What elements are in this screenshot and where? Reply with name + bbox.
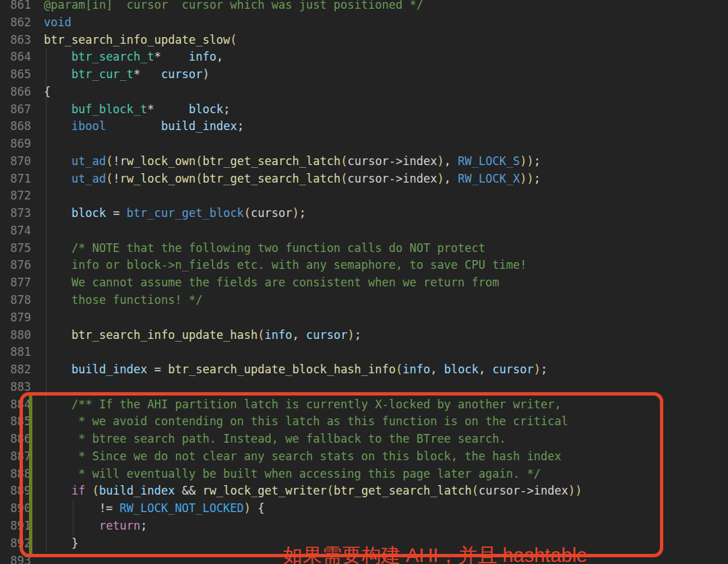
- code-line[interactable]: {: [44, 84, 582, 101]
- line-number[interactable]: 873: [0, 205, 31, 222]
- annotation-text: 如果需要构建 AHI，并且 hashtable 被其他线程 X 锁住了，则取消: [283, 501, 587, 564]
- code-editor: 8618628638648658668678688698708718728738…: [0, 0, 728, 564]
- code-line[interactable]: btr_cur_t* cursor): [44, 66, 582, 84]
- line-number[interactable]: 880: [0, 327, 31, 344]
- code-line[interactable]: ut_ad(!rw_lock_own(btr_get_search_latch(…: [44, 170, 582, 188]
- code-line[interactable]: those functions! */: [44, 292, 582, 309]
- code-line[interactable]: We cannot assume the fields are consiste…: [44, 274, 582, 292]
- line-number[interactable]: 863: [0, 32, 31, 49]
- line-number[interactable]: 861: [0, 0, 31, 14]
- code-line[interactable]: ibool build_index;: [44, 118, 582, 135]
- code-line[interactable]: info or block->n_fields etc. with any se…: [44, 257, 582, 274]
- line-number[interactable]: 875: [0, 240, 31, 257]
- line-number[interactable]: 877: [0, 274, 31, 292]
- code-line[interactable]: build_index = btr_search_update_block_ha…: [44, 361, 582, 379]
- line-number[interactable]: 882: [0, 361, 31, 379]
- code-line[interactable]: [44, 187, 582, 205]
- line-number[interactable]: 870: [0, 153, 31, 170]
- line-number[interactable]: 867: [0, 101, 31, 119]
- line-number[interactable]: 876: [0, 257, 31, 274]
- line-number[interactable]: 871: [0, 170, 31, 188]
- code-line[interactable]: [44, 222, 582, 240]
- annotation-line: 如果需要构建 AHI，并且 hashtable: [283, 544, 587, 564]
- line-number[interactable]: 862: [0, 14, 31, 32]
- line-number[interactable]: 868: [0, 118, 31, 135]
- code-line[interactable]: /* NOTE that the following two function …: [44, 240, 582, 257]
- line-number[interactable]: 865: [0, 66, 31, 84]
- code-line[interactable]: ut_ad(!rw_lock_own(btr_get_search_latch(…: [44, 153, 582, 170]
- line-number[interactable]: 874: [0, 222, 31, 240]
- code-line[interactable]: btr_search_info_update_slow(: [44, 32, 582, 49]
- code-line[interactable]: @param[in] cursor cursor which was just …: [44, 0, 582, 14]
- code-line[interactable]: [44, 309, 582, 327]
- code-line[interactable]: block = btr_cur_get_block(cursor);: [44, 205, 582, 222]
- line-number[interactable]: 881: [0, 344, 31, 361]
- line-number[interactable]: 878: [0, 292, 31, 309]
- line-number[interactable]: 869: [0, 135, 31, 153]
- code-line[interactable]: btr_search_t* info,: [44, 49, 582, 66]
- code-line[interactable]: buf_block_t* block;: [44, 101, 582, 119]
- code-line[interactable]: void: [44, 14, 582, 32]
- line-number[interactable]: 872: [0, 187, 31, 205]
- line-number[interactable]: 864: [0, 49, 31, 66]
- code-line[interactable]: [44, 344, 582, 361]
- line-number[interactable]: 879: [0, 309, 31, 327]
- code-line[interactable]: btr_search_info_update_hash(info, cursor…: [44, 327, 582, 344]
- code-line[interactable]: [44, 135, 582, 153]
- line-number[interactable]: 866: [0, 84, 31, 101]
